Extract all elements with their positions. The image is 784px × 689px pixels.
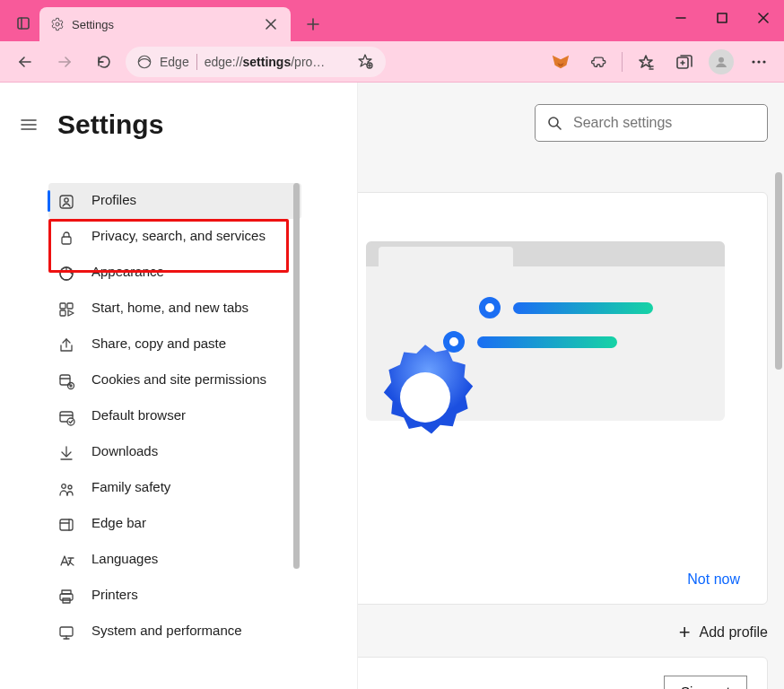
nav-label: Privacy, search, and services [91,227,266,245]
lock-icon [57,229,75,247]
fox-icon [551,52,571,72]
svg-point-27 [752,60,754,63]
nav-item-profiles[interactable]: Profiles [48,183,301,219]
cookie-settings-icon [57,372,75,390]
download-icon [57,444,75,462]
plus-icon [306,17,320,31]
favorite-button[interactable] [357,53,375,71]
svg-point-2 [56,22,59,26]
maximize-icon [717,13,727,23]
nav-item-cookies[interactable]: Cookies and site permissions [48,362,301,398]
family-icon [57,480,75,498]
search-input[interactable] [573,115,756,131]
refresh-icon [95,53,113,71]
sign-out-button[interactable]: Sign out [664,676,747,689]
svg-line-39 [69,269,71,271]
svg-point-29 [762,60,765,63]
nav-item-family[interactable]: Family safety [48,470,301,506]
svg-point-26 [719,57,724,62]
page-title: Settings [57,109,163,140]
search-icon [546,115,562,131]
nav-item-system[interactable]: System and performance [48,614,301,650]
arrow-right-icon [56,53,74,71]
separator [196,54,197,70]
minimize-icon [675,13,686,23]
maximize-button[interactable] [701,0,743,36]
svg-rect-62 [60,627,73,636]
settings-sidebar: Settings Profiles Privacy, search, and s… [0,83,357,689]
nav-label: Appearance [91,263,164,281]
paint-icon [57,265,75,283]
puzzle-icon [589,53,607,71]
star-lines-icon [637,53,655,71]
nav-label: Share, copy and paste [91,335,226,353]
svg-rect-42 [60,310,65,316]
more-button[interactable] [741,44,777,80]
profile-card: ••• Sign out [357,657,768,689]
sidebar-icon [57,516,75,534]
search-settings[interactable] [535,104,768,142]
collections-button[interactable] [666,44,701,80]
tab-actions-button[interactable] [7,7,39,39]
separator [622,52,623,72]
extensions-button[interactable] [580,44,616,80]
forward-button[interactable] [47,44,83,80]
nav-item-downloads[interactable]: Downloads [48,434,301,470]
nav-item-default-browser[interactable]: Default browser [48,398,301,434]
profile-button[interactable] [703,44,739,80]
promo-link-not-now[interactable]: Not now [687,571,740,588]
nav-label: Family safety [91,478,170,496]
sidebar-scrollbar[interactable] [293,183,300,569]
browser-tab-settings[interactable]: Settings [39,7,291,41]
svg-marker-20 [640,56,652,67]
edge-logo-icon [136,54,152,70]
nav-item-edge-bar[interactable]: Edge bar [48,506,301,542]
window-close-button[interactable] [743,0,784,36]
tab-close-button[interactable] [262,15,280,33]
profile-icon [57,193,75,211]
back-button[interactable] [7,44,43,80]
nav-item-privacy[interactable]: Privacy, search, and services [48,219,301,255]
menu-button[interactable] [16,112,41,137]
svg-point-47 [70,385,72,387]
minimize-button[interactable] [660,0,701,36]
nav-label: System and performance [91,622,242,640]
gear-icon [50,17,65,31]
svg-point-34 [65,198,68,202]
nav-label: Profiles [91,191,136,209]
main-scrollbar[interactable] [775,172,782,370]
svg-rect-60 [60,594,73,600]
svg-point-54 [68,485,72,489]
toolbar-right [543,44,777,80]
nav-item-printers[interactable]: Printers [48,578,301,614]
close-icon [266,19,276,30]
settings-nav: Profiles Privacy, search, and services A… [48,183,301,667]
nav-item-start[interactable]: Start, home, and new tabs [48,291,301,327]
add-profile-button[interactable]: + Add profile [679,621,768,644]
ellipsis-icon [750,53,768,71]
new-tab-button[interactable] [298,9,328,39]
nav-label: Languages [91,550,158,568]
nav-item-languages[interactable]: Languages [48,542,301,578]
profile-promo-card: nt Not now [357,192,768,605]
content-area: Settings Profiles Privacy, search, and s… [0,83,784,689]
window-controls [660,0,784,36]
nav-item-share[interactable]: Share, copy and paste [48,327,301,362]
address-bar[interactable]: Edge edge://settings/pro… [126,47,386,77]
tab-actions-icon [16,16,30,31]
nav-label: Edge bar [91,514,146,532]
tab-strip: Settings [0,0,660,41]
favorites-button[interactable] [628,44,664,80]
svg-rect-0 [18,18,29,29]
profile-more-button[interactable]: ••• [606,683,632,689]
tab-title: Settings [72,18,255,31]
language-icon [57,552,75,570]
extension-metamask[interactable] [543,44,579,80]
nav-item-appearance[interactable]: Appearance [48,255,301,291]
close-icon [757,12,770,24]
browser-toolbar: Edge edge://settings/pro… [0,41,784,83]
share-icon [57,336,75,354]
system-icon [57,624,75,641]
refresh-button[interactable] [86,44,122,80]
svg-point-67 [400,372,450,423]
